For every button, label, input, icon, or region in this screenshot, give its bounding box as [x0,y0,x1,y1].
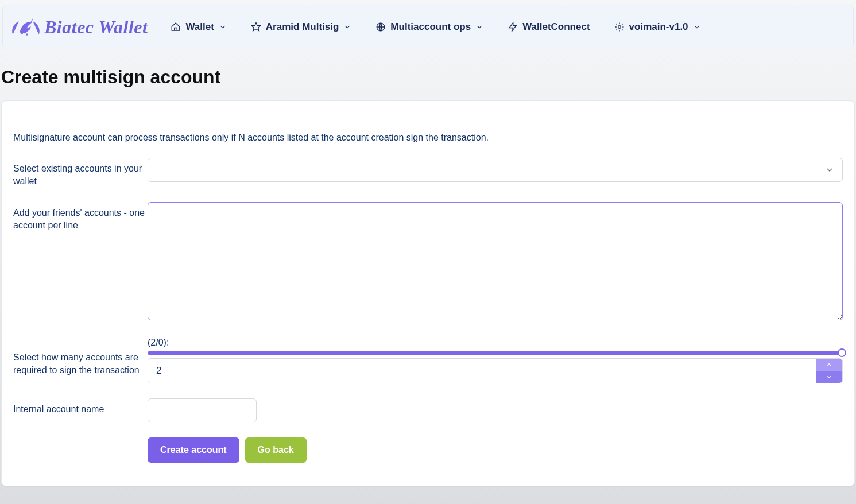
nav-aramid-label: Aramid Multisig [266,21,339,33]
nav-wallet-label: Wallet [185,21,214,33]
required-counter: (2/0): [148,338,843,348]
friends-accounts-label: Add your friends' accounts - one account… [13,202,148,231]
go-back-button[interactable]: Go back [245,437,307,463]
biatec-horse-icon [10,14,42,40]
svg-point-1 [26,33,28,36]
form-card: Multisignature account can process trans… [1,100,855,486]
required-count-spinner [148,358,843,383]
required-slider[interactable] [148,351,843,355]
brand-name: Biatec Wallet [44,17,148,38]
chevron-down-icon [693,23,701,31]
select-existing-accounts[interactable] [148,158,843,182]
internal-name-label: Internal account name [13,398,148,416]
nav-walletconnect-label: WalletConnect [522,21,590,33]
chevron-down-icon [343,23,351,31]
svg-marker-4 [509,23,516,32]
nav-wallet[interactable]: Wallet [171,21,226,33]
select-existing-label: Select existing accounts in your wallet [13,158,148,187]
spinner-up-button[interactable] [816,359,842,371]
home-icon [171,22,181,32]
nav-aramid-multisig[interactable]: Aramid Multisig [251,21,352,33]
required-count-input[interactable] [148,359,816,383]
chevron-down-icon [826,374,832,381]
chevron-down-icon [219,23,227,31]
svg-point-5 [618,26,621,29]
required-sign-label: Select how many accounts are required to… [13,338,148,376]
friends-accounts-textarea[interactable] [148,202,843,320]
slider-handle[interactable] [838,348,846,357]
create-account-button[interactable]: Create account [148,437,239,463]
brand-logo[interactable]: Biatec Wallet [10,14,148,40]
nav-network-label: voimain-v1.0 [629,21,688,33]
chevron-down-icon [825,165,834,175]
internal-name-input[interactable] [148,398,257,422]
nav-multiaccount-ops[interactable]: Multiaccount ops [375,21,483,33]
page-title: Create multisign account [1,67,856,88]
gear-icon [614,22,625,32]
globe-icon [375,22,386,32]
nav-network[interactable]: voimain-v1.0 [614,21,701,33]
info-text: Multisignature account can process trans… [13,133,843,143]
top-navigation-bar: Biatec Wallet Wallet Aramid Multisig Mul… [2,5,854,49]
bolt-icon [508,22,518,32]
nav-multiaccount-label: Multiaccount ops [390,21,471,33]
star-icon [251,22,261,32]
nav-walletconnect[interactable]: WalletConnect [508,21,590,33]
main-nav: Wallet Aramid Multisig Multiaccount ops … [171,21,700,33]
spinner-down-button[interactable] [816,371,842,383]
chevron-up-icon [826,361,832,368]
svg-point-0 [21,33,23,35]
chevron-down-icon [475,23,483,31]
svg-marker-2 [251,23,260,31]
